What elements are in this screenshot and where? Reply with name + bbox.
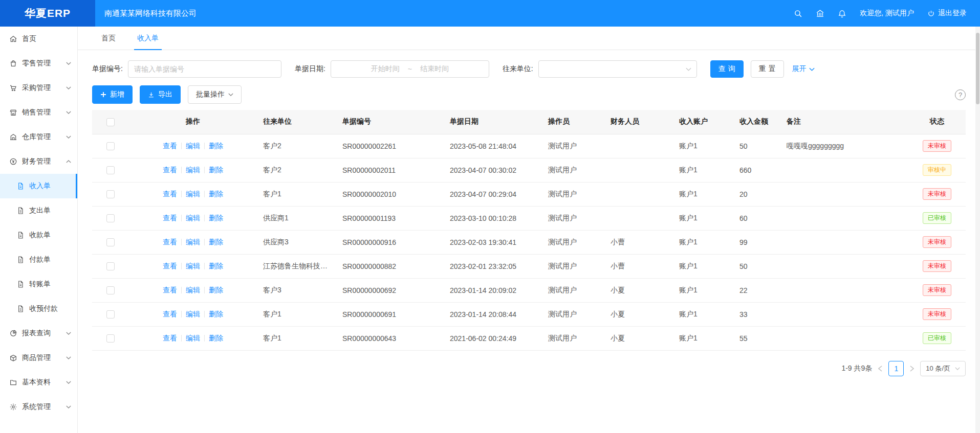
view-link[interactable]: 查看 [163,238,177,246]
operator-cell: 测试用户 [542,302,604,326]
view-link[interactable]: 查看 [163,190,177,198]
search-icon[interactable] [794,9,802,18]
operator-cell: 测试用户 [542,182,604,206]
scrollbar[interactable] [975,27,980,433]
date-range-picker[interactable]: 开始时间 ~ 结束时间 [331,60,489,78]
chevron-down-icon [66,62,71,65]
edit-link[interactable]: 编辑 [186,238,200,246]
edit-link[interactable]: 编辑 [186,190,200,198]
prev-page-button[interactable] [878,366,882,372]
col-partner: 往来单位 [257,110,336,134]
next-page-button[interactable] [910,366,914,372]
chevron-down-icon [66,86,71,89]
remark-cell: 嘎嘎嘎ggggggggg [780,134,908,158]
bill-number-input[interactable] [128,60,281,78]
delete-link[interactable]: 删除 [209,190,223,198]
row-checkbox[interactable] [106,214,115,222]
export-button[interactable]: 导出 [140,85,181,104]
batch-actions-button[interactable]: 批量操作 [188,85,242,104]
op-separator [181,167,182,173]
store-icon [9,108,17,117]
sidebar-item-transfer-bill[interactable]: 转账单 [0,272,77,297]
row-checkbox[interactable] [106,310,115,318]
view-link[interactable]: 查看 [163,142,177,150]
reset-button[interactable]: 重置 [751,60,784,78]
delete-link[interactable]: 删除 [209,286,223,294]
col-status: 状态 [908,110,966,134]
status-badge: 未审核 [923,236,951,248]
row-checkbox[interactable] [106,166,115,174]
sidebar-item-sales[interactable]: 销售管理 [0,100,77,125]
sidebar-item-goods[interactable]: 商品管理 [0,346,77,370]
select-all-checkbox[interactable] [106,118,115,126]
edit-link[interactable]: 编辑 [186,214,200,222]
finance-staff-cell: 小曹 [604,254,673,278]
remark-cell [780,278,908,302]
row-checkbox[interactable] [106,262,115,270]
welcome-text[interactable]: 欢迎您, 测试用户 [860,9,914,18]
col-finance-staff: 财务人员 [604,110,673,134]
power-icon [927,10,935,17]
partner-select[interactable] [538,60,697,78]
scrollbar-thumb[interactable] [976,33,979,104]
row-checkbox[interactable] [106,334,115,343]
chevron-down-icon [955,367,960,370]
edit-link[interactable]: 编辑 [186,166,200,174]
row-checkbox[interactable] [106,190,115,198]
remark-cell [780,158,908,182]
edit-link[interactable]: 编辑 [186,262,200,270]
delete-link[interactable]: 删除 [209,238,223,246]
sidebar-item-receipt-bill[interactable]: 收款单 [0,223,77,247]
row-checkbox[interactable] [106,142,115,150]
tab-home[interactable]: 首页 [92,27,125,50]
tab-income-bill[interactable]: 收入单 [128,27,168,50]
page-1-button[interactable]: 1 [888,361,904,376]
delete-link[interactable]: 删除 [209,310,223,318]
sidebar-item-finance[interactable]: 财务管理 [0,149,77,174]
delete-link[interactable]: 删除 [209,142,223,150]
help-icon[interactable]: ? [955,89,966,100]
sidebar-item-income-bill[interactable]: 收入单 [0,174,77,198]
delete-link[interactable]: 删除 [209,334,223,342]
search-button[interactable]: 查询 [710,60,744,78]
sidebar-item-basic-data[interactable]: 基本资料 [0,370,77,395]
bank-icon[interactable] [816,9,824,18]
edit-link[interactable]: 编辑 [186,286,200,294]
edit-link[interactable]: 编辑 [186,334,200,342]
sidebar-item-home[interactable]: 首页 [0,27,77,51]
add-button[interactable]: 新增 [92,85,133,104]
sidebar-item-purchase[interactable]: 采购管理 [0,76,77,100]
sidebar-item-payment-bill[interactable]: 付款单 [0,247,77,272]
delete-link[interactable]: 删除 [209,214,223,222]
expand-label: 展开 [792,64,807,74]
chevron-right-icon [910,366,914,372]
view-link[interactable]: 查看 [163,334,177,342]
sidebar-item-advance-bill[interactable]: 收预付款 [0,297,77,321]
edit-link[interactable]: 编辑 [186,310,200,318]
cart-icon [9,84,17,92]
sidebar-item-label: 采购管理 [22,83,66,93]
logout-button[interactable]: 退出登录 [927,9,967,18]
edit-link[interactable]: 编辑 [186,142,200,150]
sidebar-item-system[interactable]: 系统管理 [0,395,77,419]
view-link[interactable]: 查看 [163,286,177,294]
view-link[interactable]: 查看 [163,214,177,222]
remark-cell [780,182,908,206]
sidebar-item-expense-bill[interactable]: 支出单 [0,198,77,223]
col-ops: 操作 [129,110,257,134]
view-link[interactable]: 查看 [163,310,177,318]
view-link[interactable]: 查看 [163,166,177,174]
view-link[interactable]: 查看 [163,262,177,270]
bell-icon[interactable] [838,9,846,18]
account-cell: 账户1 [673,302,733,326]
sidebar-item-reports[interactable]: 报表查询 [0,321,77,346]
sidebar-item-warehouse[interactable]: 仓库管理 [0,125,77,149]
sidebar-item-retail[interactable]: 零售管理 [0,51,77,76]
table-row: 查看编辑删除 客户2 SR00000002011 2023-04-07 00:3… [92,158,966,182]
row-checkbox[interactable] [106,286,115,294]
delete-link[interactable]: 删除 [209,166,223,174]
row-checkbox[interactable] [106,238,115,246]
expand-toggle[interactable]: 展开 [792,64,815,74]
page-size-select[interactable]: 10 条/页 [920,361,966,376]
delete-link[interactable]: 删除 [209,262,223,270]
